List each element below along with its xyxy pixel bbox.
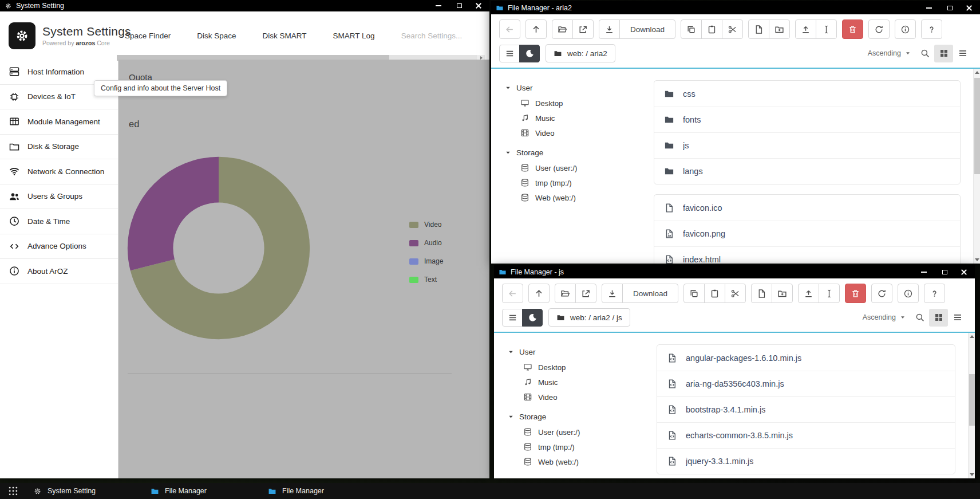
tree-item-tmp-drive[interactable]: tmp (tmp:/) (505, 175, 647, 190)
tree-section-user[interactable]: User (505, 80, 647, 96)
title-bar[interactable]: File Manager - aria2 (491, 1, 980, 14)
scrollbar[interactable] (968, 333, 975, 478)
breadcrumb[interactable]: web: / aria2 (546, 44, 615, 62)
minimize-button[interactable] (433, 2, 444, 10)
up-button[interactable] (525, 19, 547, 39)
sidebar-item-about-aroz[interactable]: About ArOZ (0, 259, 118, 284)
minimize-button[interactable] (924, 4, 934, 12)
new-file-button[interactable] (751, 284, 772, 303)
back-button[interactable] (502, 284, 523, 303)
sidebar-item-disk-storage[interactable]: Disk & Storage (0, 135, 118, 160)
new-folder-button[interactable] (769, 19, 790, 39)
up-button[interactable] (528, 284, 550, 303)
file-row-echarts[interactable]: echarts-common-3.8.5.min.js (657, 422, 955, 448)
scrollbar-thumb[interactable] (974, 78, 980, 174)
new-folder-button[interactable] (772, 284, 793, 303)
delete-button[interactable] (845, 284, 866, 303)
cut-button[interactable] (722, 19, 743, 39)
grid-view-button[interactable] (934, 45, 953, 62)
tree-section-user[interactable]: User (508, 344, 650, 360)
file-row-langs[interactable]: langs (654, 158, 960, 184)
tree-section-storage[interactable]: Storage (508, 409, 650, 425)
scroll-down-arrow[interactable] (974, 256, 980, 264)
file-row-index-html[interactable]: index.html (654, 246, 960, 264)
open-in-new-window-button[interactable] (575, 284, 596, 303)
scrollbar[interactable] (973, 69, 980, 264)
minimize-button[interactable] (919, 268, 929, 276)
sidebar-item-advance-options[interactable]: Advance Options (0, 234, 118, 260)
tree-item-desktop[interactable]: Desktop (505, 96, 647, 111)
properties-button[interactable] (898, 284, 919, 303)
upload-button[interactable] (798, 284, 819, 303)
taskbar-item-file-manager-1[interactable]: File Manager (144, 483, 261, 499)
close-button[interactable] (960, 268, 968, 276)
taskbar-item-system-setting[interactable]: System Setting (26, 483, 144, 499)
scroll-down-arrow[interactable] (969, 471, 975, 478)
file-row-fonts[interactable]: fonts (654, 107, 960, 132)
sidebar-item-module-management[interactable]: Module Management (0, 109, 118, 135)
paste-button[interactable] (704, 284, 725, 303)
download-icon-button[interactable] (599, 19, 620, 39)
dark-mode-button[interactable] (519, 45, 540, 62)
file-row-favicon-png[interactable]: favicon.png (654, 221, 960, 246)
help-button[interactable] (924, 284, 945, 303)
sidebar-item-network-connection[interactable]: Network & Connection (0, 159, 118, 184)
maximize-button[interactable] (945, 4, 955, 12)
nav-item-disk-smart[interactable]: Disk SMART (263, 32, 307, 40)
open-folder-button[interactable] (552, 19, 573, 39)
tree-section-storage[interactable]: Storage (505, 145, 647, 160)
file-row-aria-ng[interactable]: aria-ng-da5356c403.min.js (657, 371, 955, 396)
copy-button[interactable] (683, 284, 705, 303)
refresh-button[interactable] (868, 19, 890, 39)
file-row-jquery[interactable]: jquery-3.3.1.min.js (657, 448, 955, 474)
search-button[interactable] (910, 309, 929, 327)
tree-item-tmp-drive[interactable]: tmp (tmp:/) (508, 439, 650, 454)
list-view-button[interactable] (953, 45, 972, 62)
download-icon-button[interactable] (602, 284, 623, 303)
tree-item-user-drive[interactable]: User (user:/) (505, 160, 647, 175)
breadcrumb[interactable]: web: / aria2 / js (548, 308, 630, 327)
maximize-button[interactable] (939, 268, 950, 276)
tree-item-user-drive[interactable]: User (user:/) (508, 425, 650, 439)
menu-button[interactable] (499, 45, 520, 62)
nav-item-disk-space[interactable]: Disk Space (197, 32, 236, 40)
taskbar-item-file-manager-2[interactable]: File Manager (261, 483, 378, 499)
search-button[interactable] (915, 45, 934, 62)
title-bar[interactable]: System Setting (0, 0, 489, 11)
rename-button[interactable] (816, 19, 837, 39)
upload-button[interactable] (795, 19, 816, 39)
scrollbar-thumb[interactable] (969, 374, 975, 426)
download-button[interactable]: Download (622, 284, 678, 303)
menu-button[interactable] (502, 309, 523, 327)
search-input[interactable] (401, 32, 487, 40)
delete-button[interactable] (842, 19, 863, 39)
download-button[interactable]: Download (619, 19, 675, 39)
maximize-button[interactable] (454, 2, 464, 10)
list-view-button[interactable] (948, 309, 967, 327)
sidebar-item-date-time[interactable]: Date & Time (0, 209, 118, 234)
title-bar[interactable]: File Manager - js (494, 265, 975, 278)
help-button[interactable] (921, 19, 942, 39)
tree-item-video[interactable]: Video (508, 390, 650, 404)
tree-item-music[interactable]: Music (508, 375, 650, 390)
tree-item-web-drive[interactable]: Web (web:/) (505, 190, 647, 205)
open-folder-button[interactable] (555, 284, 576, 303)
nav-item-smart-log[interactable]: SMART Log (333, 32, 375, 40)
open-in-new-window-button[interactable] (572, 19, 594, 39)
rename-button[interactable] (819, 284, 840, 303)
copy-button[interactable] (681, 19, 702, 39)
tree-item-web-drive[interactable]: Web (web:/) (508, 454, 650, 469)
sort-dropdown[interactable]: Ascending (863, 313, 906, 321)
refresh-button[interactable] (871, 284, 892, 303)
cut-button[interactable] (725, 284, 746, 303)
paste-button[interactable] (701, 19, 722, 39)
nav-item-space-finder[interactable]: Space Finder (125, 32, 171, 40)
close-button[interactable] (965, 4, 973, 12)
file-row-favicon-ico[interactable]: favicon.ico (654, 195, 960, 221)
tree-item-video[interactable]: Video (505, 125, 647, 140)
scroll-up-arrow[interactable] (974, 69, 980, 76)
file-row-css[interactable]: css (654, 81, 960, 107)
file-row-bootstrap[interactable]: bootstrap-3.4.1.min.js (657, 396, 955, 422)
file-row-js[interactable]: js (654, 132, 960, 158)
grid-view-button[interactable] (929, 309, 948, 327)
